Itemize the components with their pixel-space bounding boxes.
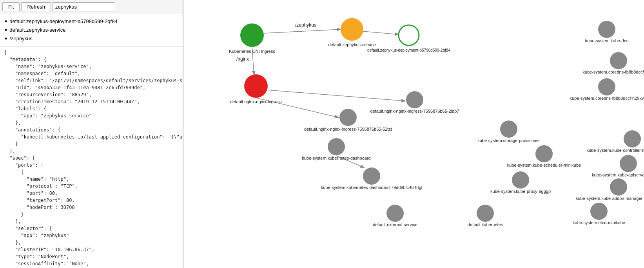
- node-label-kube-addon: kube-system.kube-addon-manager-minikube: [576, 196, 644, 201]
- node-external-service[interactable]: [386, 205, 404, 222]
- node-nginx-ingress[interactable]: [244, 74, 268, 98]
- node-zephykus-deployment[interactable]: [399, 25, 419, 45]
- node-etcd-minikube[interactable]: [590, 203, 608, 220]
- node-label-kube-proxy: kube-system.kube-proxy-6gggp: [490, 189, 551, 194]
- edge-label-nginx: /nginx: [236, 56, 249, 62]
- node-label-kube-scheduler: kube-system.kube-scheduler-minikube: [507, 163, 581, 167]
- node-kube-proxy[interactable]: [512, 171, 529, 189]
- node-kube-scheduler[interactable]: [535, 145, 553, 162]
- graph-panel[interactable]: /zephykus /nginx Kubernetes CNI Ingress …: [183, 0, 644, 268]
- list-item-path[interactable]: • /zephykus: [5, 34, 178, 43]
- node-label-k8s-dashboard-pod: kube-system.kubernetes-dashboard-79dd6bf…: [321, 185, 423, 190]
- graph-svg: /zephykus /nginx Kubernetes CNI Ingress …: [183, 0, 644, 268]
- node-kube-addon[interactable]: [610, 178, 627, 196]
- node-k8s-dashboard[interactable]: [328, 138, 345, 155]
- node-default-kubernetes[interactable]: [477, 205, 494, 222]
- node-cni-ingress[interactable]: [240, 23, 264, 47]
- items-list: • default.zephykus-deployment-b5798d599-…: [0, 14, 183, 47]
- list-item-service[interactable]: • default.zephykus-service: [5, 26, 178, 34]
- node-kube-dns[interactable]: [598, 21, 615, 38]
- edge-label-zephykus: /zephykus: [295, 22, 316, 28]
- edge-service-to-deployment: [363, 31, 398, 34]
- node-label-nginx-ingress: default.nginx-nginx-ingress: [230, 99, 282, 104]
- toolbar: Fit Refresh: [0, 0, 183, 14]
- node-label-k8s-dashboard: kube-system.kubernetes-dashboard: [302, 156, 370, 160]
- node-kube-controller[interactable]: [624, 130, 641, 147]
- node-label-kube-controller: kube-system.kube-controller-manager-mini…: [587, 148, 644, 153]
- edge-cni-to-service: [264, 29, 340, 33]
- bullet-icon: •: [5, 27, 7, 34]
- json-panel: { "metadata": { "name": "zephykus-servic…: [0, 47, 183, 268]
- left-panel: Fit Refresh • default.zephykus-deploymen…: [0, 0, 183, 268]
- node-kube-apiserver[interactable]: [620, 155, 637, 172]
- list-item-deployment[interactable]: • default.zephykus-deployment-b5798d599-…: [5, 17, 178, 26]
- node-coredns-h29kv[interactable]: [598, 78, 615, 95]
- bullet-icon: •: [5, 35, 7, 42]
- node-label-external-service: default.external-service: [373, 222, 417, 227]
- node-label-cni: Kubernetes CNI Ingress: [229, 49, 275, 54]
- node-label-nginx-ingress-52tzt: default.nginx-nginx-ingress-7596876b65-5…: [304, 127, 392, 131]
- node-label-etcd-minikube: kube-system.etcd-minikube: [573, 220, 625, 225]
- node-label-nginx-ingress-2ldb7: default.nginx-nginx-ingress-7596876b65-2…: [370, 109, 459, 113]
- node-storage-provisioner[interactable]: [500, 121, 517, 138]
- search-input[interactable]: [53, 2, 115, 11]
- node-zephykus-service[interactable]: [341, 18, 363, 40]
- node-label-storage-provisioner: kube-system.storage-provisioner: [477, 138, 540, 143]
- list-item-label: default.zephykus-deployment-b5798d599-2q…: [9, 17, 117, 26]
- node-k8s-dashboard-pod[interactable]: [363, 167, 380, 185]
- node-label-zephykus-service: default.zephykus-service: [328, 42, 376, 47]
- list-item-label: /zephykus: [9, 34, 33, 43]
- list-item-label: default.zephykus-service: [9, 26, 65, 34]
- edge-nginx-to-2ldb7: [268, 90, 405, 101]
- node-label-default-kubernetes: default.kubernetes: [468, 222, 503, 227]
- fit-button[interactable]: Fit: [2, 2, 20, 11]
- node-label-coredns-tfsk4: kube-system.coredns-fb8b8dccf-tfsk4: [583, 70, 644, 74]
- refresh-button[interactable]: Refresh: [21, 2, 51, 11]
- node-label-kube-apiserver: kube-system.kube-apiserver-minikube: [592, 173, 644, 177]
- node-coredns-tfsk4[interactable]: [610, 52, 627, 69]
- node-nginx-ingress-2ldb7[interactable]: [406, 91, 423, 108]
- node-label-zephykus-deployment: default.zephykus-deployment-b5798d599-2q…: [367, 48, 450, 52]
- node-label-coredns-h29kv: kube-system.coredns-fb8b8dccf-h29kv: [570, 96, 644, 101]
- node-label-kube-dns: kube-system.kube-dns: [585, 38, 629, 43]
- bullet-icon: •: [5, 18, 7, 25]
- node-nginx-ingress-52tzt[interactable]: [339, 109, 357, 126]
